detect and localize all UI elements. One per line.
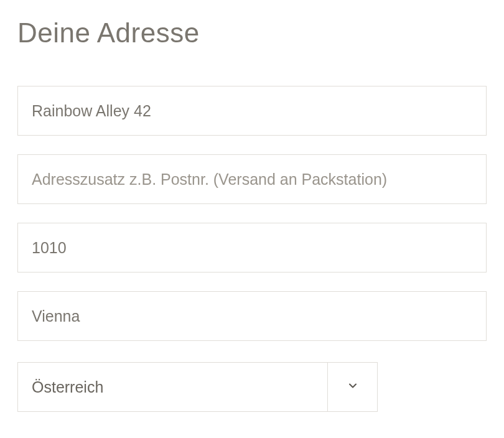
chevron-down-icon xyxy=(347,380,359,394)
address-form: Österreich xyxy=(17,86,487,412)
country-select-toggle[interactable] xyxy=(328,362,378,412)
address-addition-field[interactable] xyxy=(17,154,487,204)
city-field[interactable] xyxy=(17,291,487,341)
page-title: Deine Adresse xyxy=(17,17,487,49)
country-select[interactable]: Österreich xyxy=(17,362,378,412)
street-field[interactable] xyxy=(17,86,487,136)
postal-code-field[interactable] xyxy=(17,223,487,273)
country-select-value[interactable]: Österreich xyxy=(17,362,328,412)
